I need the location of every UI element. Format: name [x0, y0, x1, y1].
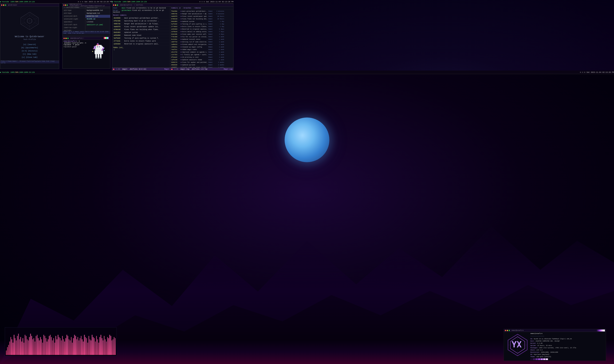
- file-item-bg[interactable]: background.txt: [85, 12, 110, 15]
- taskbar-bottom-s5: 1%: [29, 71, 31, 73]
- file-list-left[interactable]: ald-hope ald-hope selenized-dark seleniz…: [63, 9, 85, 31]
- git-close[interactable]: [113, 4, 114, 6]
- neofetch-de: DE: Hyprland (Wayland): [530, 353, 605, 356]
- file-item-twilight[interactable]: twilight: [63, 29, 85, 31]
- svg-rect-42: [92, 51, 93, 52]
- svg-rect-48: [602, 329, 604, 331]
- magit-status-dot: [113, 69, 114, 70]
- svg-rect-37: [95, 58, 97, 59]
- qute-link-search[interactable]: [o] [Search]: [3, 43, 56, 46]
- viz-bar-74: [87, 343, 88, 355]
- file-list-right[interactable]: background256.txt background.txt polarit…: [85, 9, 110, 27]
- viz-bar-69: [82, 339, 83, 355]
- viz-bar-18: [26, 336, 27, 355]
- svg-rect-14: [105, 37, 106, 39]
- viz-bar-30: [39, 340, 40, 355]
- maximize-button[interactable]: [5, 4, 6, 6]
- viz-bar-34: [43, 335, 44, 355]
- viz-bar-98: [114, 337, 114, 355]
- files-left-pane: ~/.dotfiles/themes ald-hope ald-hope sel…: [63, 7, 85, 31]
- git-minimize[interactable]: [115, 4, 116, 6]
- neofetch-separator: ────────────────: [530, 335, 605, 337]
- magit-log-right-label: Magit Log: [224, 68, 232, 70]
- files-minimize[interactable]: [65, 4, 66, 6]
- qute-heading: Welcome to Qutebrowser: [3, 35, 56, 38]
- git-modelines: 1.8k magit: .dotfiles 32:0 All Magit 1.2…: [112, 67, 233, 70]
- viz-bar-51: [62, 336, 63, 355]
- commit-row-5: bbd2d03 Updated system: [113, 31, 169, 34]
- taskbar-title-right[interactable]: Youtube: [114, 1, 121, 3]
- commit-row-6: a956d60 Removed some bloat: [113, 34, 169, 37]
- neofetch-titlebar: emmet@snowfire: [504, 329, 606, 332]
- viz-bar-1: [7, 347, 8, 355]
- swatch-1: [530, 358, 533, 360]
- log-row-11: 9c151bc ● Updated install notes Emmet 1 …: [171, 38, 233, 41]
- file-item-ald-hope[interactable]: ald-hope: [63, 9, 85, 12]
- pokemon-close[interactable]: [63, 38, 65, 39]
- neofetch-resolution: Resolution: 1920x1080, 1920x1200: [530, 351, 605, 353]
- minimize-button[interactable]: [3, 4, 4, 6]
- viz-bar-72: [85, 337, 86, 355]
- pokemon-command: pokemon-colorscripts -n rapidash -f gala…: [63, 42, 86, 46]
- pokemon-maximize[interactable]: [67, 38, 69, 39]
- svg-rect-44: [598, 329, 599, 331]
- file-item-polarity[interactable]: polarity.txt: [85, 15, 110, 18]
- neofetch-theme: Theme: adw-gtk3 [GTK2/3]: [530, 356, 605, 357]
- file-item-license[interactable]: LICENSE: [85, 21, 110, 24]
- neofetch-minimize[interactable]: [507, 330, 508, 331]
- viz-bar-49: [60, 338, 61, 355]
- files-section-label-right: uwunicorn-yt/: [85, 7, 110, 9]
- file-item-tomorrow[interactable]: tomorrow-night: [63, 26, 85, 29]
- pokemon-minimize[interactable]: [65, 38, 67, 39]
- viz-bar-53: [64, 341, 65, 355]
- file-item-starcraft[interactable]: starcraft-dark: [63, 24, 85, 26]
- file-item-selenized-dark[interactable]: selenized-dark: [63, 15, 85, 18]
- log-row-8: 22f5b10 ● Extra detail on adding unstabl…: [171, 30, 233, 33]
- file-item-readme[interactable]: README.md: [85, 18, 110, 21]
- log-row-16: e811f28 ● Improved comment on agenda syn…: [171, 51, 233, 53]
- pokemon-command-prompt: emmet@snowfire:~$ pokemon-colorscripts -…: [63, 40, 88, 46]
- viz-bar-83: [97, 339, 98, 355]
- qute-link-newtab[interactable]: [t] [New tab]: [3, 52, 56, 56]
- svg-line-5: [29, 14, 38, 18]
- viz-bar-68: [81, 336, 82, 355]
- viz-bar-43: [53, 338, 54, 355]
- viz-bar-96: [112, 340, 112, 355]
- viz-bar-59: [71, 337, 72, 355]
- neofetch-close[interactable]: [505, 330, 506, 331]
- taskbar-bottom-s1: 100%: [10, 71, 14, 73]
- files-maximize[interactable]: [67, 4, 68, 6]
- file-item-selenized-light[interactable]: selenized-light: [63, 18, 85, 21]
- file-item-bg256[interactable]: background256.txt: [85, 9, 110, 12]
- file-item-spacedust[interactable]: spacedust: [63, 21, 85, 24]
- viz-bar-31: [40, 337, 41, 355]
- swatch-2: [533, 358, 535, 360]
- file-item-yaml[interactable]: uwunicorn-yt.yaml: [85, 24, 110, 26]
- log-row-1: 490b7de ● Ranger dnd optimization + qb f…: [171, 13, 233, 15]
- commit-row-2: 490b7de Ranger dnd optimization + qb fil…: [113, 23, 169, 25]
- qute-link-closetab[interactable]: [x] [Close tab]: [3, 56, 56, 59]
- viz-bar-8: [15, 338, 15, 355]
- viz-bar-14: [21, 341, 22, 355]
- neofetch-maximize[interactable]: [509, 330, 510, 331]
- files-title: emmet@snowfire: /home/emmet/.dotfiles/th…: [70, 3, 109, 7]
- viz-bar-87: [101, 338, 102, 355]
- qute-link-quickmarks[interactable]: [b] [Quickmarks]: [3, 46, 56, 49]
- viz-bar-23: [31, 336, 32, 355]
- svg-rect-41: [104, 50, 105, 51]
- qute-link-history[interactable]: [S-h] [History]: [3, 49, 56, 52]
- svg-rect-35: [97, 46, 98, 47]
- file-item-ald-hope2[interactable]: ald-hope: [63, 12, 85, 15]
- taskbar-title[interactable]: Youtube: [2, 1, 9, 3]
- neofetch-title: emmet@snowfire: [512, 330, 524, 331]
- close-button[interactable]: [1, 4, 2, 6]
- viz-bar-27: [36, 336, 36, 355]
- taskbar-status-3: 100%: [19, 1, 23, 3]
- file-manager-window: emmet@snowfire: /home/emmet/.dotfiles/th…: [62, 3, 110, 36]
- taskbar-bottom-title[interactable]: Youtube: [2, 71, 9, 73]
- files-close[interactable]: [63, 4, 64, 6]
- neofetch-packages: Packages: 1303 (nix-system), 2702 (nix-u…: [530, 347, 605, 349]
- viz-bar-39: [49, 336, 50, 355]
- neofetch-color-palette: [597, 329, 605, 331]
- git-maximize[interactable]: [117, 4, 118, 6]
